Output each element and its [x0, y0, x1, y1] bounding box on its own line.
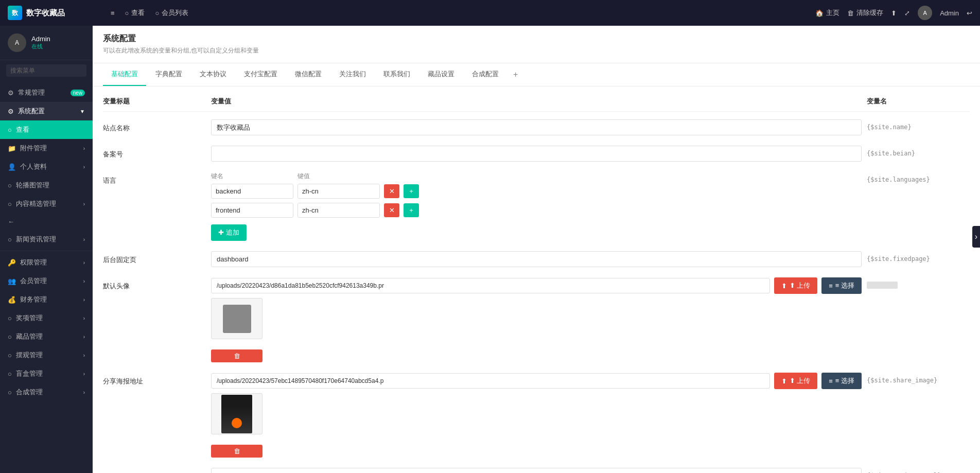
- home-btn[interactable]: 🏠 主页: [815, 8, 839, 17]
- avatar-upload-btn[interactable]: ⬆ ⬆ 上传: [774, 277, 818, 294]
- sidebar-item-members[interactable]: 👥 会员管理 ›: [0, 272, 93, 290]
- lang-backend-delete-btn[interactable]: ✕: [384, 184, 399, 198]
- logout-btn[interactable]: ↩: [967, 9, 972, 17]
- sidebar-item-synthesis[interactable]: ○ 合成管理 ›: [0, 383, 93, 401]
- admin-label: Admin: [940, 9, 959, 17]
- register-url-input[interactable]: [211, 468, 862, 473]
- sidebar-user: A Admin 在线: [0, 26, 93, 60]
- default-avatar-value: ⬆ ⬆ 上传 ≡ ≡ 选择 🗑: [211, 277, 862, 362]
- sidebar-item-attachment[interactable]: 📁 附件管理 ›: [0, 139, 93, 157]
- right-collapse-btn[interactable]: ›: [972, 226, 980, 248]
- sidebar-item-content[interactable]: ○ 内容精选管理 ›: [0, 195, 93, 213]
- tab-wechat[interactable]: 微信配置: [287, 63, 330, 86]
- tab-basic[interactable]: 基础配置: [103, 63, 146, 86]
- col-label-header: 变量标题: [103, 97, 206, 106]
- arrow-icon-13: ›: [83, 390, 85, 395]
- sidebar-item-query[interactable]: ○ 查看: [0, 120, 93, 139]
- user-icon: 👤: [8, 163, 16, 171]
- tab-alipay[interactable]: 支付宝配置: [236, 63, 286, 86]
- lang-backend-add-btn[interactable]: +: [404, 184, 419, 198]
- tab-contact[interactable]: 联系我们: [375, 63, 418, 86]
- icp-input[interactable]: [211, 146, 862, 162]
- config-content: 变量标题 变量值 变量名 站点名称 {$site.name} 备案号 {$sit…: [93, 86, 980, 473]
- divider-1: [0, 251, 93, 251]
- lang-append-btn[interactable]: ✚ 追加: [211, 224, 247, 241]
- tab-synthesis-config[interactable]: 合成配置: [464, 63, 507, 86]
- col-varname-header: 变量名: [867, 97, 970, 106]
- members-list-icon: ○: [155, 9, 159, 17]
- lang-row-frontend: ✕ +: [211, 203, 862, 218]
- hamburger-icon: ≡: [111, 9, 115, 17]
- right-collapse-icon: ›: [975, 232, 977, 241]
- avatar-upload-row: ⬆ ⬆ 上传 ≡ ≡ 选择: [211, 277, 862, 294]
- share-upload-btn[interactable]: ⬆ ⬆ 上传: [774, 373, 818, 389]
- blindbox-icon: ○: [8, 370, 12, 378]
- lang-backend-key-input[interactable]: [211, 184, 293, 199]
- sidebar-avatar: A: [8, 33, 26, 52]
- clear-cache-btn[interactable]: 🗑 清除缓存: [847, 8, 883, 17]
- lang-frontend-key-input[interactable]: [211, 203, 293, 218]
- sidebar-item-profile[interactable]: 👤 个人资料 ›: [0, 157, 93, 176]
- lang-frontend-delete-btn[interactable]: ✕: [384, 203, 399, 217]
- share-preview-container: 🗑: [211, 393, 262, 458]
- lang-row-backend: ✕ +: [211, 184, 862, 199]
- fullscreen-icon: ⤢: [904, 9, 910, 17]
- tab-agreement[interactable]: 文本协议: [191, 63, 235, 86]
- finance-icon: 💰: [8, 296, 16, 304]
- share-delete-btn[interactable]: 🗑: [211, 445, 262, 458]
- lang-value-header: 键值: [297, 172, 380, 181]
- sidebar-item-news[interactable]: ○ 新闻资讯管理 ›: [0, 230, 93, 249]
- lang-backend-value-input[interactable]: [297, 184, 380, 199]
- avatar-path-input[interactable]: [211, 278, 770, 293]
- register-url-varname: {$site.register_url}: [867, 468, 970, 473]
- arrow-icon-8: ›: [83, 297, 85, 303]
- sidebar-item-system-config[interactable]: ⚙ 系统配置 ▼: [0, 102, 93, 120]
- lang-frontend-value-input[interactable]: [297, 203, 380, 218]
- new-badge: new: [71, 90, 85, 96]
- tab-follow[interactable]: 关注我们: [331, 63, 374, 86]
- topbar-view-btn[interactable]: ○ 查看: [125, 8, 145, 17]
- col-value-header: 变量值: [211, 97, 862, 106]
- share-upload-row: ⬆ ⬆ 上传 ≡ ≡ 选择: [211, 373, 862, 389]
- fullscreen-btn[interactable]: ⤢: [904, 9, 910, 17]
- fixed-page-label: 后台固定页: [103, 251, 206, 265]
- config-row-fixed-page: 后台固定页 {$site.fixedpage}: [103, 251, 970, 267]
- search-input[interactable]: [6, 64, 86, 77]
- sidebar-item-permissions[interactable]: 🔑 权限管理 ›: [0, 253, 93, 272]
- hamburger-btn[interactable]: ≡: [111, 9, 115, 17]
- share-path-input[interactable]: [211, 373, 770, 389]
- gear-icon: ⚙: [8, 89, 14, 97]
- arrow-icon-7: ›: [83, 278, 85, 284]
- share-select-btn[interactable]: ≡ ≡ 选择: [821, 373, 862, 389]
- avatar-delete-btn[interactable]: 🗑: [211, 349, 262, 362]
- sidebar-item-finance[interactable]: 💰 财务管理 ›: [0, 290, 93, 309]
- fixed-page-input[interactable]: [211, 251, 862, 267]
- site-name-input[interactable]: [211, 119, 862, 135]
- default-avatar-label: 默认头像: [103, 277, 206, 291]
- fixed-page-varname: {$site.fixedpage}: [867, 251, 970, 262]
- share-upload-arrow-icon: ⬆: [781, 377, 787, 385]
- carousel-icon: ○: [8, 182, 12, 189]
- tab-collections-set[interactable]: 藏品设置: [419, 63, 463, 86]
- sidebar-item-display[interactable]: ○ 摆观管理 ›: [0, 346, 93, 364]
- sidebar-item-blindbox[interactable]: ○ 盲盒管理 ›: [0, 364, 93, 383]
- page-title-section: 系统配置 可以在此增改系统的变量和分组,也可以自定义分组和变量: [93, 26, 980, 63]
- site-name-label: 站点名称: [103, 119, 206, 133]
- arrow-icon-12: ›: [83, 371, 85, 377]
- tab-dict[interactable]: 字典配置: [147, 63, 190, 86]
- members-icon: 👥: [8, 277, 16, 285]
- topbar: 数 数字收藏品 ≡ ○ 查看 ○ 会员列表 🏠 主页 🗑 清除缓存 ⬆ ⤢ A: [0, 0, 980, 26]
- tab-add-btn[interactable]: +: [508, 64, 523, 85]
- sidebar-item-collections[interactable]: ○ 藏品管理 ›: [0, 327, 93, 346]
- sidebar-item-carousel[interactable]: ○ 轮播图管理: [0, 176, 93, 195]
- sidebar-item-back[interactable]: ←: [0, 213, 93, 230]
- lang-frontend-add-btn[interactable]: +: [404, 203, 419, 217]
- share-image-value: ⬆ ⬆ 上传 ≡ ≡ 选择 🗑: [211, 373, 862, 458]
- display-icon: ○: [8, 352, 12, 359]
- avatar-select-btn[interactable]: ≡ ≡ 选择: [821, 277, 862, 294]
- sidebar-item-awards[interactable]: ○ 奖项管理 ›: [0, 309, 93, 327]
- sidebar-item-regular-mgmt[interactable]: ⚙ 常规管理 new: [0, 83, 93, 102]
- upload-btn[interactable]: ⬆: [891, 9, 897, 17]
- share-image-varname: {$site.share_image}: [867, 373, 970, 384]
- topbar-members-btn[interactable]: ○ 会员列表: [155, 8, 188, 17]
